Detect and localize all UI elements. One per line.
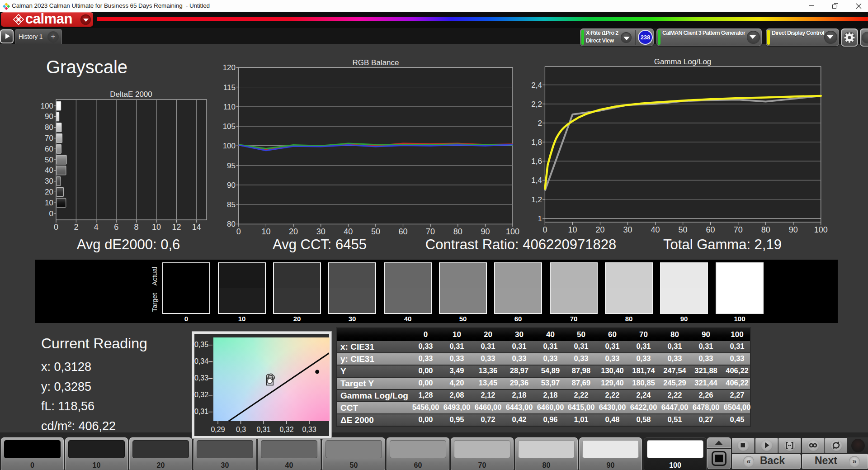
svg-text:90: 90 xyxy=(481,227,490,236)
svg-text:40: 40 xyxy=(45,166,53,175)
svg-text:40: 40 xyxy=(651,225,660,234)
svg-text:30: 30 xyxy=(45,177,53,185)
svg-text:100: 100 xyxy=(814,225,828,234)
svg-text:115: 115 xyxy=(223,83,236,92)
svg-text:80: 80 xyxy=(227,220,236,228)
svg-text:120: 120 xyxy=(223,63,236,72)
svg-text:80: 80 xyxy=(453,227,462,236)
svg-text:60: 60 xyxy=(398,227,407,236)
svg-text:90: 90 xyxy=(227,181,236,190)
svg-text:0: 0 xyxy=(542,225,547,234)
svg-text:1: 1 xyxy=(538,214,542,223)
svg-text:100: 100 xyxy=(506,227,519,236)
svg-text:0: 0 xyxy=(49,209,53,218)
svg-text:1,4: 1,4 xyxy=(531,176,542,185)
svg-text:50: 50 xyxy=(45,156,53,164)
svg-text:10: 10 xyxy=(568,225,577,234)
svg-text:14: 14 xyxy=(192,223,201,232)
svg-text:0: 0 xyxy=(54,223,58,232)
svg-text:80: 80 xyxy=(45,123,53,132)
svg-text:2,4: 2,4 xyxy=(531,81,542,90)
svg-text:70: 70 xyxy=(734,225,743,234)
svg-text:50: 50 xyxy=(371,227,380,236)
svg-text:Gamma Log/Log: Gamma Log/Log xyxy=(654,59,712,66)
svg-text:105: 105 xyxy=(223,122,236,131)
svg-text:8: 8 xyxy=(134,223,139,232)
svg-text:10: 10 xyxy=(261,227,270,236)
svg-text:6: 6 xyxy=(114,223,118,232)
svg-text:50: 50 xyxy=(679,225,688,234)
svg-text:12: 12 xyxy=(172,223,181,232)
svg-text:90: 90 xyxy=(789,225,798,234)
svg-text:60: 60 xyxy=(45,145,53,153)
svg-text:30: 30 xyxy=(623,225,632,234)
svg-text:100: 100 xyxy=(223,142,236,150)
svg-text:DeltaE 2000: DeltaE 2000 xyxy=(110,90,152,99)
svg-text:85: 85 xyxy=(227,200,236,209)
svg-text:0: 0 xyxy=(236,227,241,236)
svg-text:60: 60 xyxy=(706,225,715,234)
svg-text:70: 70 xyxy=(426,227,435,236)
svg-text:RGB Balance: RGB Balance xyxy=(353,59,399,67)
svg-text:10: 10 xyxy=(45,199,53,207)
svg-text:2: 2 xyxy=(538,119,542,128)
svg-text:110: 110 xyxy=(223,103,236,111)
svg-text:95: 95 xyxy=(227,161,236,170)
svg-text:1,8: 1,8 xyxy=(531,138,542,147)
svg-text:70: 70 xyxy=(45,134,53,142)
svg-text:1,2: 1,2 xyxy=(531,195,542,204)
svg-text:20: 20 xyxy=(595,225,604,234)
svg-text:10: 10 xyxy=(152,223,161,232)
svg-text:2: 2 xyxy=(74,223,78,232)
svg-text:40: 40 xyxy=(344,227,353,236)
svg-text:1,6: 1,6 xyxy=(531,157,542,166)
svg-text:30: 30 xyxy=(316,227,326,236)
svg-text:20: 20 xyxy=(289,227,298,236)
svg-text:90: 90 xyxy=(45,112,53,121)
svg-text:80: 80 xyxy=(761,225,770,234)
svg-text:20: 20 xyxy=(45,188,53,196)
svg-text:2,2: 2,2 xyxy=(531,100,542,109)
svg-text:100: 100 xyxy=(41,102,53,110)
svg-text:4: 4 xyxy=(94,223,99,232)
